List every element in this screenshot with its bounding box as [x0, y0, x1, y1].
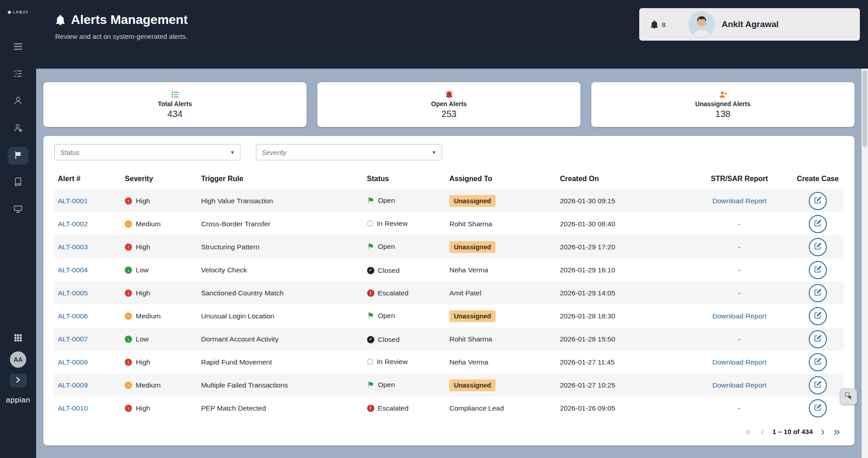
user-card[interactable]: 8 Ankit Agrawal	[639, 8, 860, 41]
create-case-button[interactable]	[809, 284, 827, 302]
no-report-dash: -	[738, 404, 741, 412]
severity-label: Low	[136, 335, 148, 343]
notifications-bell-icon[interactable]	[650, 20, 659, 29]
download-report-link[interactable]: Download Report	[712, 312, 767, 320]
alert-id-link[interactable]: ALT-0006	[58, 312, 88, 320]
severity-label: Medium	[136, 312, 160, 320]
app-logo-icon: ◆	[7, 9, 11, 15]
severity-filter-select[interactable]: Severity ▼	[256, 144, 442, 160]
status-icon: ⚑	[367, 312, 374, 320]
assigned-to-value: Neha Verma	[449, 266, 488, 274]
download-report-link[interactable]: Download Report	[712, 381, 767, 389]
alert-id-link[interactable]: ALT-0005	[58, 289, 88, 297]
pencil-square-icon	[814, 219, 822, 229]
element-picker-button[interactable]	[840, 388, 857, 405]
pencil-square-icon	[814, 334, 822, 344]
assigned-to-value: Rohit Sharma	[449, 335, 492, 343]
alarm-bell-icon	[445, 90, 453, 99]
alert-id-link[interactable]: ALT-0010	[58, 404, 88, 412]
sidebar-item-processes[interactable]	[8, 65, 28, 84]
sidebar-expand-button[interactable]	[9, 374, 27, 387]
first-page-button[interactable]: «	[744, 426, 752, 437]
user-avatar-photo	[689, 12, 714, 37]
trigger-rule-text: Dormant Account Activity	[198, 327, 363, 351]
flag-icon	[13, 150, 23, 162]
create-case-button[interactable]	[809, 330, 827, 348]
sidebar-item-records[interactable]	[8, 174, 28, 192]
severity-icon: ↑	[125, 405, 132, 412]
last-page-button[interactable]: »	[833, 426, 841, 437]
menu-icon	[13, 42, 23, 53]
create-case-button[interactable]	[809, 238, 827, 256]
sidebar-nav	[8, 38, 28, 219]
alert-id-link[interactable]: ALT-0008	[58, 358, 88, 366]
status-label: Open	[378, 243, 395, 251]
next-page-button[interactable]: ›	[820, 426, 826, 437]
trigger-rule-text: Cross-Border Transfer	[198, 212, 363, 235]
report-cell: -	[687, 212, 792, 235]
status-icon: ⚑	[367, 243, 374, 251]
apps-grid-button[interactable]	[10, 332, 26, 346]
status-filter-select[interactable]: Status ▼	[54, 144, 241, 160]
status-label: Escalated	[378, 404, 409, 412]
sidebar-avatar[interactable]: AA	[10, 351, 26, 368]
pencil-square-icon	[814, 288, 822, 298]
alert-id-link[interactable]: ALT-0009	[58, 381, 88, 389]
trigger-rule-text: Sanctioned Country Match	[198, 281, 363, 304]
kpi-value: 434	[167, 109, 182, 119]
severity-label: High	[136, 358, 150, 366]
process-list-icon	[13, 69, 23, 80]
severity-label: High	[136, 289, 150, 297]
alerts-bell-icon	[55, 15, 66, 25]
sidebar-item-users[interactable]	[8, 93, 28, 111]
report-cell: Download Report	[687, 374, 792, 397]
create-case-button[interactable]	[809, 261, 827, 279]
col-created-on: Created On	[556, 168, 687, 189]
list-check-icon	[171, 90, 179, 99]
create-case-button[interactable]	[809, 399, 827, 417]
scrollbar-thumb[interactable]	[863, 70, 867, 147]
sidebar-item-menu[interactable]	[8, 38, 28, 56]
download-report-link[interactable]: Download Report	[712, 358, 767, 366]
previous-page-button[interactable]: ‹	[760, 426, 765, 437]
severity-icon: ↑	[125, 290, 132, 297]
table-row: ALT-0004 ↓ Low Velocity Check ✔ Closed N…	[54, 258, 844, 281]
alert-id-link[interactable]: ALT-0007	[58, 335, 88, 343]
status-icon: ✔	[367, 336, 374, 343]
assigned-to-value: Neha Verma	[449, 358, 488, 366]
status-icon: ⚑	[367, 196, 374, 205]
create-case-button[interactable]	[809, 353, 827, 371]
alert-id-link[interactable]: ALT-0002	[58, 220, 88, 228]
kpi-open-alerts: Open Alerts 253	[317, 82, 580, 127]
status-icon: !	[367, 405, 374, 412]
sidebar-item-alerts[interactable]	[8, 147, 28, 165]
sidebar-item-reports[interactable]	[8, 201, 28, 219]
scrollbar[interactable]	[862, 69, 868, 458]
trigger-rule-text: Rapid Fund Movement	[198, 351, 363, 374]
table-row: ALT-0003 ↑ High Structuring Pattern ⚑ Op…	[54, 235, 844, 258]
table-row: ALT-0006 − Medium Unusual Login Location…	[54, 304, 844, 327]
status-icon: ⚑	[367, 381, 374, 389]
user-unassigned-icon	[719, 90, 727, 99]
report-cell: -	[687, 397, 792, 420]
kpi-unassigned-alerts: Unassigned Alerts 138	[591, 82, 854, 127]
alerts-table: Alert # Severity Trigger Rule Status Ass…	[54, 168, 844, 420]
table-header-row: Alert # Severity Trigger Rule Status Ass…	[54, 168, 844, 189]
col-assigned-to: Assigned To	[446, 168, 557, 189]
create-case-button[interactable]	[809, 215, 827, 233]
download-report-link[interactable]: Download Report	[712, 197, 767, 205]
reports-board-icon	[13, 204, 23, 216]
create-case-button[interactable]	[809, 376, 827, 394]
status-label: Open	[378, 381, 395, 389]
app-logo: ◆ LPBAY	[7, 9, 28, 15]
create-case-button[interactable]	[809, 192, 827, 210]
report-cell: -	[687, 327, 792, 351]
status-icon: !	[367, 290, 374, 297]
alert-id-link[interactable]: ALT-0001	[58, 197, 88, 205]
no-report-dash: -	[738, 266, 741, 274]
create-case-button[interactable]	[809, 307, 827, 325]
alert-id-link[interactable]: ALT-0003	[58, 243, 88, 251]
alert-id-link[interactable]: ALT-0004	[58, 266, 88, 274]
created-on-value: 2026-01-28 15:50	[556, 327, 687, 351]
sidebar-item-user-management[interactable]	[8, 120, 28, 138]
